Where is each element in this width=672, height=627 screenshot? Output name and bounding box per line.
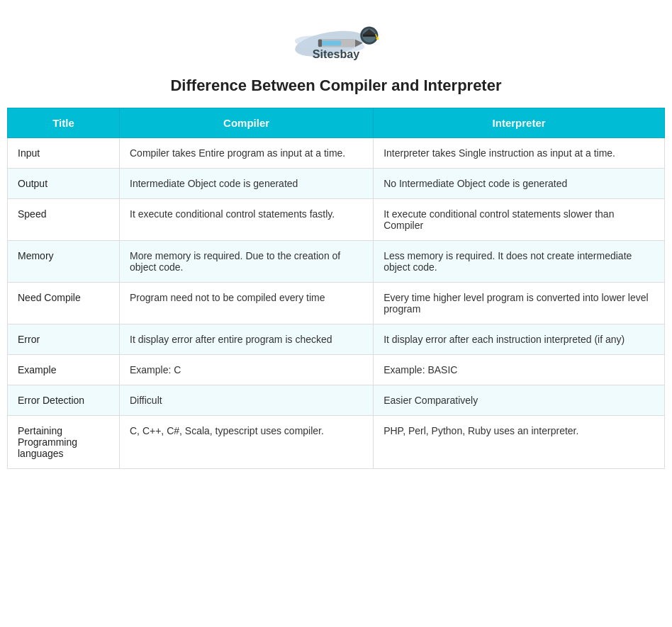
row-interpreter: Less memory is required. It does not cre…	[374, 241, 665, 283]
table-row: InputCompiler takes Entire program as in…	[8, 138, 665, 169]
col-header-title: Title	[8, 108, 120, 138]
row-interpreter: No Intermediate Object code is generated	[374, 169, 665, 199]
row-compiler: It execute conditional control statement…	[120, 199, 374, 241]
comparison-table: Title Compiler Interpreter InputCompiler…	[7, 108, 665, 469]
row-interpreter: Every time higher level program is conve…	[374, 283, 665, 324]
row-title: Memory	[8, 241, 120, 283]
row-title: Example	[8, 355, 120, 385]
row-title: Need Compile	[8, 283, 120, 324]
row-compiler: It display error after entire program is…	[120, 324, 374, 355]
row-title: Pertaining Programming languages	[8, 416, 120, 469]
table-row: SpeedIt execute conditional control stat…	[8, 199, 665, 241]
row-compiler: Program need not to be compiled every ti…	[120, 283, 374, 324]
row-interpreter: Easier Comparatively	[374, 385, 665, 416]
table-header-row: Title Compiler Interpreter	[8, 108, 665, 138]
row-compiler: Compiler takes Entire program as input a…	[120, 138, 374, 169]
row-title: Speed	[8, 199, 120, 241]
row-interpreter: It display error after each instruction …	[374, 324, 665, 355]
sitesbay-logo: Sitesbay	[272, 14, 400, 64]
row-interpreter: Example: BASIC	[374, 355, 665, 385]
table-row: Need CompileProgram need not to be compi…	[8, 283, 665, 324]
page-title: Difference Between Compiler and Interpre…	[170, 77, 501, 95]
table-row: Pertaining Programming languagesC, C++, …	[8, 416, 665, 469]
row-title: Error	[8, 324, 120, 355]
table-row: ErrorIt display error after entire progr…	[8, 324, 665, 355]
col-header-compiler: Compiler	[120, 108, 374, 138]
row-compiler: Example: C	[120, 355, 374, 385]
comparison-table-container: Title Compiler Interpreter InputCompiler…	[7, 108, 665, 469]
table-row: Error DetectionDifficultEasier Comparati…	[8, 385, 665, 416]
row-title: Output	[8, 169, 120, 199]
row-compiler: Difficult	[120, 385, 374, 416]
row-interpreter: PHP, Perl, Python, Ruby uses an interpre…	[374, 416, 665, 469]
row-interpreter: It execute conditional control statement…	[374, 199, 665, 241]
row-title: Input	[8, 138, 120, 169]
svg-rect-6	[322, 40, 341, 45]
table-row: MemoryMore memory is required. Due to th…	[8, 241, 665, 283]
svg-text:Sitesbay: Sitesbay	[313, 47, 360, 60]
table-row: ExampleExample: CExample: BASIC	[8, 355, 665, 385]
table-row: OutputIntermediate Object code is genera…	[8, 169, 665, 199]
row-title: Error Detection	[8, 385, 120, 416]
col-header-interpreter: Interpreter	[374, 108, 665, 138]
row-compiler: C, C++, C#, Scala, typescript uses compi…	[120, 416, 374, 469]
svg-point-12	[376, 38, 379, 40]
logo-area: Sitesbay	[272, 14, 400, 64]
svg-rect-5	[318, 39, 322, 47]
row-compiler: More memory is required. Due to the crea…	[120, 241, 374, 283]
row-compiler: Intermediate Object code is generated	[120, 169, 374, 199]
svg-rect-9	[363, 34, 376, 37]
row-interpreter: Interpreter takes Single instruction as …	[374, 138, 665, 169]
